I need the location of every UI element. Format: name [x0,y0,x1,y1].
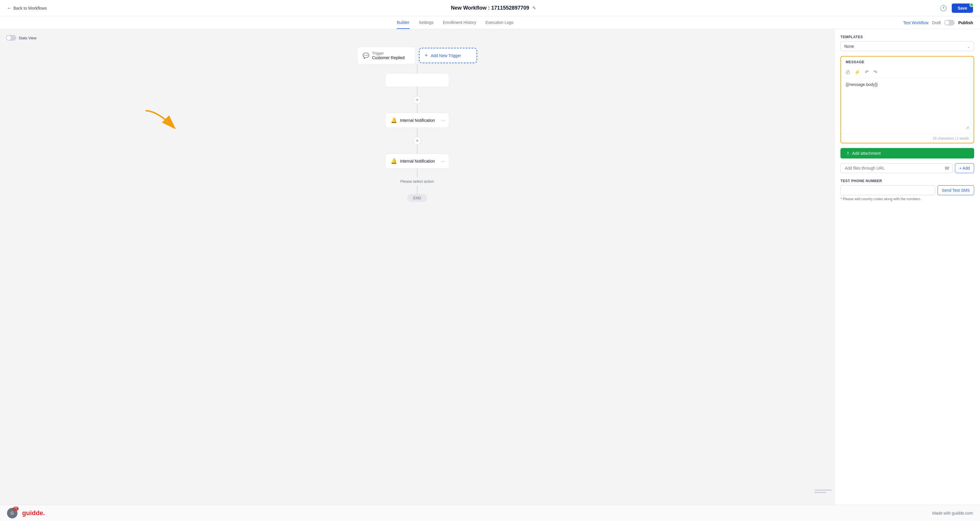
add-trigger-label: Add New Trigger [431,53,461,58]
add-attachment-label: Add attachment [852,151,881,156]
back-arrow-icon: ← [7,6,12,11]
test-phone-section: TEST PHONE NUMBER Send Test SMS * Please… [840,179,974,201]
add-trigger-node[interactable]: + Add New Trigger [419,48,477,63]
phone-input[interactable] [840,185,935,195]
url-row: ☎ + Add [840,163,974,173]
footer: G 77 guidde. Made with guidde.com [0,505,980,521]
test-workflow-button[interactable]: Test Workflow [903,21,928,25]
publish-button[interactable]: Publish [958,21,973,25]
message-editor-container: MESSAGE 〈/〉 ⚡ ↶ ↷ {{message.body}} 16 ch… [840,56,974,143]
message-label: MESSAGE [841,57,974,67]
connector-2 [417,87,417,96]
upload-icon: ⇧ [846,151,850,156]
header: ← Back to Workflows New Workflow : 17115… [0,0,980,16]
tab-builder[interactable]: Builder [397,17,410,29]
node-menu-1[interactable]: ⋯ [441,118,445,123]
test-phone-label: TEST PHONE NUMBER [840,179,974,183]
internal-notification-node-1[interactable]: 🔔 Internal Notification ⋯ [385,113,449,128]
end-node: END [407,194,427,202]
workflow-title: New Workflow : 1711552897709 [451,5,529,11]
templates-section: TEMPLATES None ⌄ [840,35,974,51]
back-button[interactable]: ← Back to Workflows [7,6,47,11]
trigger-icon: 💬 [363,53,369,59]
undo-toolbar-btn[interactable]: ↶ [864,68,870,76]
notification-label-2: Internal Notification [400,159,435,164]
url-input-wrap: ☎ [840,163,953,173]
chevron-down-icon: ⌄ [967,44,970,49]
connector-1 [417,64,417,73]
notification-text-1: Internal Notification [400,118,435,123]
guidde-logo: guidde. [22,509,45,517]
redo-toolbar-btn[interactable]: ↷ [872,68,878,76]
templates-dropdown[interactable]: None ⌄ [840,41,974,51]
connector-5 [417,145,417,154]
main-content: Stats View 💬 Trigger Customer Replied + … [0,29,980,505]
plus-connector-1[interactable]: + [413,96,421,104]
scrollbar-line-1 [815,489,832,491]
scrollbar-line-2 [815,492,826,493]
connector-4 [417,128,417,137]
history-icon[interactable]: 🕐 [940,5,947,12]
plus-connector-2[interactable]: + [413,137,421,145]
connector-6 [417,169,417,177]
trigger-row: 💬 Trigger Customer Replied + Add New Tri… [347,47,487,64]
add-attachment-button[interactable]: ⇧ Add attachment [840,148,974,159]
send-sms-button[interactable]: Send Test SMS [937,185,974,195]
please-select-label: Please select action [400,179,434,183]
editor-toolbar: 〈/〉 ⚡ ↶ ↷ [841,67,974,78]
canvas-scrollbars [815,489,832,493]
notification-icon-1: 🔔 [391,117,397,124]
header-right: 🕐 Save [940,3,973,13]
trigger-subtitle: Customer Replied [372,55,405,60]
notification-label-1: Internal Notification [400,118,435,123]
trigger-node-text: Trigger Customer Replied [372,51,405,60]
blank-node-1 [385,73,449,87]
url-input[interactable] [844,164,945,173]
tab-enrollment-history[interactable]: Enrollment History [443,17,476,29]
tab-execution-logs[interactable]: Execution Logs [486,17,514,29]
header-center: New Workflow : 1711552897709 ✎ [47,5,940,11]
add-url-button[interactable]: + Add [955,163,974,173]
draft-toggle[interactable] [944,20,955,25]
tab-settings[interactable]: Settings [419,17,434,29]
tabs-right: Test Workflow Draft Publish [903,20,973,25]
made-with-label: Made with guidde.com [932,511,973,515]
trigger-node[interactable]: 💬 Trigger Customer Replied [357,47,415,64]
stats-view-label: Stats View [19,36,37,40]
trigger-label: Trigger [372,51,405,55]
add-trigger-plus-icon: + [425,53,428,59]
notification-badge: 77 [13,507,19,510]
phone-hint: * Please add country codes along with th… [840,197,974,201]
right-panel: TEMPLATES None ⌄ MESSAGE 〈/〉 ⚡ ↶ ↷ {{mes… [834,29,980,505]
arrow-annotation [140,105,192,140]
tabs-center: Builder Settings Enrollment History Exec… [7,17,903,29]
char-count: 16 characters | 1 words [841,134,974,143]
templates-value: None [844,44,854,49]
internal-notification-node-2[interactable]: 🔔 Internal Notification ⋯ [385,154,449,169]
connector-3 [417,104,417,113]
editor-content-area[interactable]: {{message.body}} [841,78,974,134]
tag-icon: ☎ [945,166,950,170]
back-label: Back to Workflows [13,6,47,11]
canvas-area: Stats View 💬 Trigger Customer Replied + … [0,29,834,505]
stats-view-toggle[interactable] [6,35,16,41]
workflow-area: 💬 Trigger Customer Replied + Add New Tri… [347,47,487,202]
notification-icon-2: 🔔 [391,158,397,164]
node-menu-2[interactable]: ⋯ [441,159,445,164]
guidde-brand: guidde. [22,509,45,517]
stats-toggle: Stats View [6,35,37,41]
tabs-bar: Builder Settings Enrollment History Exec… [0,16,980,29]
draft-label: Draft [932,21,941,25]
phone-row: Send Test SMS [840,185,974,195]
edit-icon[interactable]: ✎ [532,5,536,11]
avatar-wrap: G 77 [7,508,18,518]
tag-toolbar-btn[interactable]: 〈/〉 [845,69,851,76]
lightning-toolbar-btn[interactable]: ⚡ [853,68,861,76]
message-textarea[interactable]: {{message.body}} [846,82,969,129]
templates-label: TEMPLATES [840,35,974,39]
connector-7 [417,185,417,194]
save-button[interactable]: Save [952,3,973,13]
notification-text-2: Internal Notification [400,159,435,164]
